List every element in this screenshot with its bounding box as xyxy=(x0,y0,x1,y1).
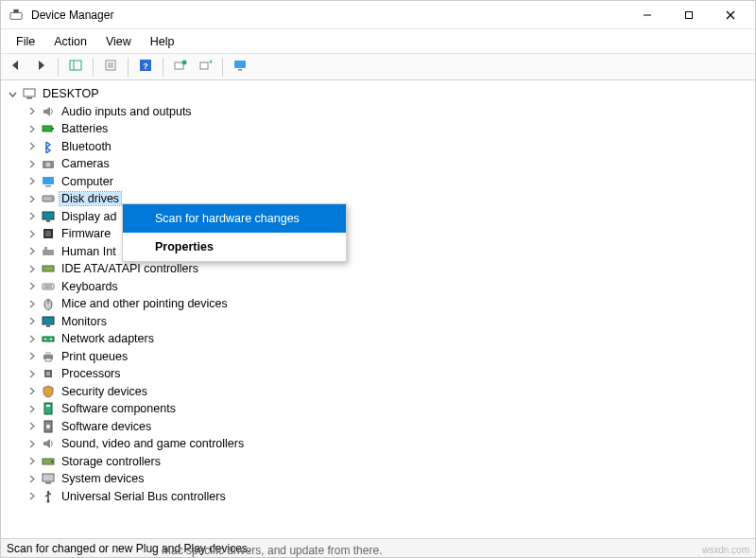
tree-item[interactable]: Firmware xyxy=(7,225,755,243)
maximize-button[interactable] xyxy=(668,1,710,29)
expander-closed-icon[interactable] xyxy=(26,473,37,484)
svg-rect-59 xyxy=(45,482,51,484)
expander-closed-icon[interactable] xyxy=(26,351,37,362)
svg-text:?: ? xyxy=(143,61,148,71)
tree-item[interactable]: Mice and other pointing devices xyxy=(7,295,755,313)
computer-root-icon xyxy=(22,86,37,101)
expander-closed-icon[interactable] xyxy=(26,456,37,467)
svg-rect-0 xyxy=(10,12,22,19)
storage-icon xyxy=(41,454,56,469)
expander-closed-icon[interactable] xyxy=(26,123,37,134)
tree-root[interactable]: DESKTOP xyxy=(7,85,755,103)
svg-rect-52 xyxy=(44,403,52,414)
expander-closed-icon[interactable] xyxy=(26,193,37,204)
tree-item[interactable]: Cameras xyxy=(7,155,755,173)
show-hide-tree-button[interactable] xyxy=(64,57,87,78)
expander-closed-icon[interactable] xyxy=(26,403,37,414)
tree-item[interactable]: Computer xyxy=(7,173,755,191)
tree-item[interactable]: Monitors xyxy=(7,313,755,331)
tree-item-label: Cameras xyxy=(60,157,112,170)
tree-item[interactable]: Human Int xyxy=(7,243,755,261)
remote-button[interactable] xyxy=(229,57,251,78)
expander-closed-icon[interactable] xyxy=(26,491,37,502)
tree-item[interactable]: System devices xyxy=(7,470,755,488)
expander-closed-icon[interactable] xyxy=(26,421,37,432)
tree-item[interactable]: Software components xyxy=(7,400,755,418)
scan-icon xyxy=(174,60,187,74)
properties-button[interactable] xyxy=(99,57,122,78)
tree-item[interactable]: Storage controllers xyxy=(7,453,755,471)
tree-item[interactable]: Display ad xyxy=(7,208,755,226)
expander-closed-icon[interactable] xyxy=(26,438,37,449)
usb-icon xyxy=(41,489,56,504)
expander-closed-icon[interactable] xyxy=(26,228,37,239)
expander-closed-icon[interactable] xyxy=(26,106,37,117)
expander-closed-icon[interactable] xyxy=(26,386,37,397)
expander-closed-icon[interactable] xyxy=(26,298,37,309)
device-tree[interactable]: DESKTOP Audio inputs and outputsBatterie… xyxy=(1,81,755,536)
svg-rect-37 xyxy=(43,284,54,289)
ctx-properties[interactable]: Properties xyxy=(123,233,346,261)
help-button[interactable]: ? xyxy=(134,57,157,78)
swdevice-icon xyxy=(41,419,56,434)
svg-rect-31 xyxy=(46,220,50,222)
expander-closed-icon[interactable] xyxy=(26,263,37,274)
forward-button[interactable] xyxy=(29,57,52,78)
tree-item[interactable]: Sound, video and game controllers xyxy=(7,435,755,453)
svg-rect-3 xyxy=(686,11,693,18)
add-hardware-icon: + xyxy=(198,60,212,74)
computer-icon xyxy=(41,174,56,189)
tree-item-label: Mice and other pointing devices xyxy=(60,297,230,310)
menu-file[interactable]: File xyxy=(7,32,44,51)
ctx-scan-hardware[interactable]: Scan for hardware changes xyxy=(123,204,346,233)
expander-closed-icon[interactable] xyxy=(26,368,37,379)
add-legacy-hardware-button[interactable]: + xyxy=(194,57,216,78)
expander-closed-icon[interactable] xyxy=(26,211,37,222)
menubar: File Action View Help xyxy=(1,29,755,54)
toolbar-separator xyxy=(128,58,129,77)
svg-rect-6 xyxy=(70,61,81,70)
tree-item[interactable]: Disk drives xyxy=(7,190,755,208)
expander-closed-icon[interactable] xyxy=(26,176,37,187)
expander-closed-icon[interactable] xyxy=(26,281,37,292)
arrow-right-icon xyxy=(34,60,47,74)
expander-closed-icon[interactable] xyxy=(26,316,37,327)
menu-action[interactable]: Action xyxy=(44,32,96,51)
back-button[interactable] xyxy=(5,57,27,78)
scan-hardware-button[interactable] xyxy=(169,57,192,78)
tree-item[interactable]: Security devices xyxy=(7,383,755,401)
minimize-button[interactable] xyxy=(627,1,668,29)
svg-text:+: + xyxy=(209,60,212,66)
menu-view[interactable]: View xyxy=(96,32,141,51)
svg-rect-34 xyxy=(43,250,54,255)
menu-help[interactable]: Help xyxy=(141,32,184,51)
expander-closed-icon[interactable] xyxy=(26,333,37,344)
tree-item-label: Audio inputs and outputs xyxy=(60,105,194,118)
tree-item[interactable]: Bluetooth xyxy=(7,138,755,156)
expander-open-icon[interactable] xyxy=(7,88,18,99)
tree-item-label: Monitors xyxy=(60,315,109,328)
svg-rect-53 xyxy=(46,405,50,407)
tree-item[interactable]: Audio inputs and outputs xyxy=(7,103,755,121)
help-icon: ? xyxy=(140,60,151,74)
tree-item-label: Batteries xyxy=(60,122,110,135)
monitor-icon xyxy=(41,314,56,329)
tree-item[interactable]: Network adapters xyxy=(7,330,755,348)
tree-item-label: Storage controllers xyxy=(60,455,163,468)
tree-item-label: Sound, video and game controllers xyxy=(60,437,246,450)
toolbar-separator xyxy=(222,58,223,77)
expander-closed-icon[interactable] xyxy=(26,141,37,152)
tree-item[interactable]: Batteries xyxy=(7,120,755,138)
expander-closed-icon[interactable] xyxy=(26,246,37,257)
app-icon xyxy=(9,8,24,23)
system-icon xyxy=(41,471,56,486)
swcomponent-icon xyxy=(41,401,56,416)
tree-item[interactable]: Keyboards xyxy=(7,278,755,296)
tree-item[interactable]: Universal Serial Bus controllers xyxy=(7,488,755,506)
tree-item[interactable]: IDE ATA/ATAPI controllers xyxy=(7,260,755,278)
close-button[interactable] xyxy=(710,1,751,29)
expander-closed-icon[interactable] xyxy=(26,158,37,169)
tree-item[interactable]: Processors xyxy=(7,365,755,383)
tree-item[interactable]: Print queues xyxy=(7,348,755,366)
tree-item[interactable]: Software devices xyxy=(7,418,755,436)
